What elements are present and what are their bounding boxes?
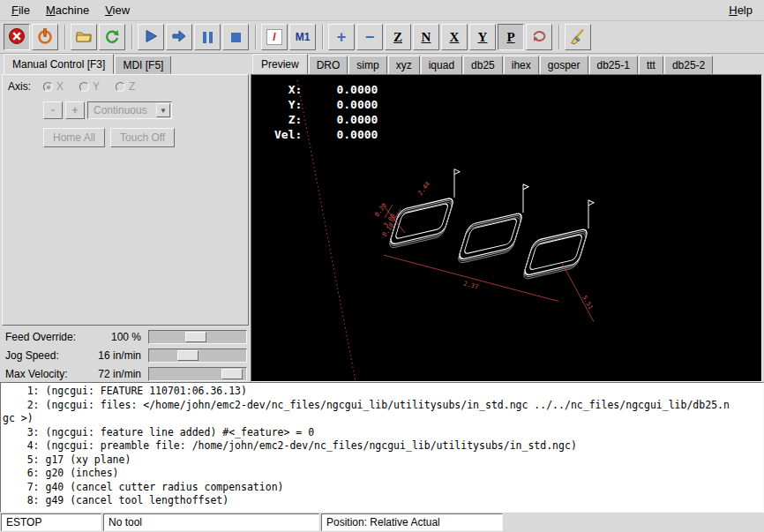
home-all-button[interactable]: Home All bbox=[43, 128, 105, 147]
reload-button[interactable] bbox=[99, 24, 125, 50]
preview-tab[interactable]: simp bbox=[348, 56, 386, 74]
preview-tab[interactable]: db25-1 bbox=[589, 56, 638, 74]
jog-speed-row: Jog Speed: 16 in/min bbox=[5, 346, 247, 364]
jog-minus-button[interactable]: - bbox=[43, 101, 63, 119]
skip-lines-icon: / bbox=[266, 29, 282, 45]
view-z-rotated-button[interactable]: N bbox=[413, 24, 439, 50]
axis-radio[interactable]: Y bbox=[79, 80, 100, 93]
status-tool: No tool bbox=[103, 513, 319, 531]
gcode-line[interactable]: 4: (ngcgui: preamble file: /home/john/em… bbox=[3, 439, 761, 453]
view-y-icon: Y bbox=[478, 30, 488, 45]
feed-override-value: 100 % bbox=[90, 331, 148, 343]
view-z-button[interactable]: Z bbox=[385, 24, 411, 50]
menu-item[interactable]: Machine bbox=[38, 1, 97, 19]
preview-canvas[interactable]: 0.20 3.00 -0.10 2.44 2.37 5.51 X:0.0000Y… bbox=[251, 74, 762, 382]
gcode-line[interactable]: 7: g40 (cancel cutter radius compensatio… bbox=[3, 481, 761, 495]
feed-override-slider[interactable] bbox=[148, 330, 247, 344]
open-file-button[interactable] bbox=[71, 24, 97, 50]
max-velocity-label: Max Velocity: bbox=[5, 368, 90, 380]
jog-speed-slider-thumb[interactable] bbox=[177, 350, 198, 361]
pause-icon bbox=[203, 32, 213, 43]
stop-button[interactable] bbox=[222, 24, 249, 50]
readout-axis-value: 0.0000 bbox=[302, 127, 378, 142]
power-button[interactable] bbox=[32, 24, 58, 50]
jog-speed-slider[interactable] bbox=[148, 348, 247, 363]
open-folder-icon bbox=[75, 27, 93, 48]
axis-radio-label: Z bbox=[129, 80, 135, 93]
menu-item-help[interactable]: Help bbox=[721, 1, 760, 19]
skip-lines-toggle[interactable]: / bbox=[261, 24, 288, 50]
toolbar-separator bbox=[64, 25, 66, 49]
zoom-in-button[interactable]: + bbox=[328, 24, 355, 50]
position-readout: X:0.0000Y:0.0000Z:0.0000Vel:0.0000 bbox=[274, 82, 378, 142]
preview-panel: PreviewDROsimpxyziquaddb25ihexgosperdb25… bbox=[251, 54, 764, 382]
gcode-line[interactable]: 5: g17 (xy plane) bbox=[3, 453, 761, 468]
view-y-button[interactable]: Y bbox=[469, 24, 496, 50]
clear-plot-button[interactable] bbox=[565, 24, 591, 50]
max-velocity-slider-thumb[interactable] bbox=[221, 369, 243, 379]
preview-tab[interactable]: db25-2 bbox=[664, 56, 713, 74]
jog-plus-button[interactable]: + bbox=[65, 101, 85, 119]
gcode-line[interactable]: 6: g20 (inches) bbox=[3, 467, 761, 481]
gcode-line[interactable]: 3: (ngcgui: feature line added) #<_featu… bbox=[3, 426, 761, 440]
zoom-out-icon: − bbox=[365, 28, 375, 47]
jog-mode-combobox[interactable]: Continuous ▼ bbox=[87, 101, 172, 119]
manual-control-panel: Manual Control [F3]MDI [F5] Axis: X Y bbox=[0, 54, 251, 382]
view-perspective-button[interactable]: P bbox=[498, 24, 524, 50]
feed-override-slider-thumb[interactable] bbox=[185, 332, 206, 342]
readout-axis-value: 0.0000 bbox=[302, 112, 378, 127]
run-button[interactable] bbox=[138, 24, 164, 50]
preview-tab[interactable]: DRO bbox=[309, 56, 348, 74]
zoom-out-button[interactable]: − bbox=[356, 24, 383, 50]
dimension-labels: 0.20 3.00 -0.10 2.44 2.37 5.51 bbox=[372, 180, 595, 311]
clear-plot-broom-icon bbox=[569, 27, 587, 48]
reload-icon bbox=[103, 27, 121, 48]
linuxcnc-axis-window: FileMachineView Help bbox=[0, 0, 764, 532]
readout-axis-label: Y: bbox=[274, 97, 302, 112]
radio-icon bbox=[43, 82, 53, 92]
menu-item[interactable]: File bbox=[4, 1, 38, 19]
preview-tab[interactable]: gosper bbox=[540, 56, 588, 74]
pause-button[interactable] bbox=[194, 24, 221, 50]
optional-pause-icon: M1 bbox=[296, 31, 311, 43]
preview-tab[interactable]: db25 bbox=[463, 56, 503, 74]
gcode-line[interactable]: 8: g49 (cancel tool lengthoffset) bbox=[3, 494, 761, 508]
rotate-view-button[interactable] bbox=[526, 24, 552, 50]
statusbar: ESTOP No tool Position: Relative Actual bbox=[0, 513, 764, 532]
max-velocity-slider[interactable] bbox=[148, 367, 247, 381]
gcode-line[interactable]: 1: (ngcgui: FEATURE 110701:06.36.13) bbox=[3, 385, 761, 399]
preview-tab[interactable]: ttt bbox=[639, 56, 663, 74]
jog-speed-value: 16 in/min bbox=[90, 349, 148, 362]
radio-icon bbox=[116, 82, 125, 92]
power-icon bbox=[36, 27, 54, 48]
gcode-line[interactable]: 2: (ngcgui: files: </home/john/emc2-dev/… bbox=[3, 399, 761, 413]
rapid-moves bbox=[454, 169, 594, 229]
step-button[interactable] bbox=[166, 24, 192, 50]
preview-tabbar: PreviewDROsimpxyziquaddb25ihexgosperdb25… bbox=[251, 54, 762, 74]
dimension-label: 2.44 bbox=[416, 180, 431, 197]
preview-tab[interactable]: xyz bbox=[388, 56, 420, 74]
toolpath-part-1 bbox=[387, 197, 454, 249]
jog-row: - + Continuous ▼ bbox=[43, 101, 243, 119]
menu-item[interactable]: View bbox=[97, 1, 138, 19]
stop-icon bbox=[231, 33, 241, 42]
preview-tab[interactable]: ihex bbox=[504, 56, 539, 74]
axis-radio[interactable]: Z bbox=[116, 80, 135, 93]
left-tab[interactable]: MDI [F5] bbox=[115, 56, 171, 74]
preview-tab[interactable]: iquad bbox=[421, 56, 462, 74]
left-tab[interactable]: Manual Control [F3] bbox=[4, 54, 114, 74]
estop-icon bbox=[8, 27, 26, 48]
view-x-button[interactable]: X bbox=[441, 24, 468, 50]
estop-button[interactable] bbox=[4, 24, 30, 50]
view-z-rotated-icon: N bbox=[422, 30, 431, 45]
optional-pause-toggle[interactable]: M1 bbox=[289, 24, 316, 50]
chevron-down-icon[interactable]: ▼ bbox=[156, 103, 170, 117]
left-tabbar: Manual Control [F3]MDI [F5] bbox=[2, 54, 249, 74]
status-machine-state: ESTOP bbox=[1, 513, 101, 531]
gcode-line[interactable]: gc >) bbox=[3, 412, 761, 426]
preview-tab[interactable]: Preview bbox=[252, 54, 308, 74]
readout-line: Vel:0.0000 bbox=[274, 127, 378, 142]
touch-off-button[interactable]: Touch Off bbox=[110, 128, 175, 147]
axis-radio[interactable]: X bbox=[43, 80, 64, 93]
toolbar-separator bbox=[558, 25, 560, 49]
